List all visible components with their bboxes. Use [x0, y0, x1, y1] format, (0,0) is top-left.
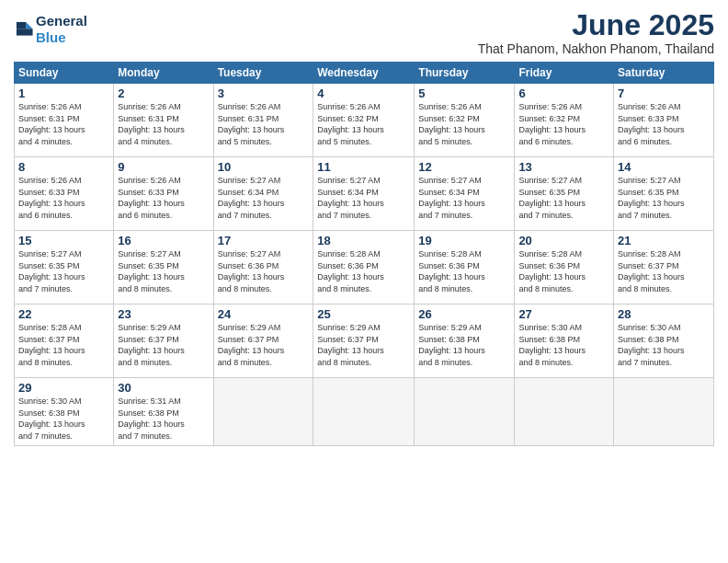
day-number: 29	[18, 381, 109, 395]
day-number: 21	[618, 234, 710, 247]
table-row: 29Sunrise: 5:30 AMSunset: 6:38 PMDayligh…	[15, 378, 114, 445]
svg-marker-0	[26, 22, 32, 29]
day-info: Sunrise: 5:26 AMSunset: 6:33 PMDaylight:…	[118, 175, 209, 221]
table-row: 18Sunrise: 5:28 AMSunset: 6:36 PMDayligh…	[313, 231, 415, 304]
table-row	[614, 378, 714, 445]
table-row: 10Sunrise: 5:27 AMSunset: 6:34 PMDayligh…	[213, 157, 313, 231]
day-number: 10	[218, 160, 310, 174]
day-info: Sunrise: 5:28 AMSunset: 6:36 PMDaylight:…	[518, 248, 609, 294]
col-sunday: Sunday	[15, 63, 114, 84]
page: General Blue June 2025 That Phanom, Nakh…	[0, 0, 728, 563]
calendar-header-row: Sunday Monday Tuesday Wednesday Thursday…	[15, 63, 714, 84]
day-info: Sunrise: 5:26 AMSunset: 6:31 PMDaylight:…	[218, 101, 310, 147]
table-row: 3Sunrise: 5:26 AMSunset: 6:31 PMDaylight…	[213, 84, 313, 157]
table-row: 15Sunrise: 5:27 AMSunset: 6:35 PMDayligh…	[15, 231, 114, 304]
day-number: 26	[418, 307, 510, 321]
day-info: Sunrise: 5:29 AMSunset: 6:37 PMDaylight:…	[317, 322, 410, 368]
day-info: Sunrise: 5:30 AMSunset: 6:38 PMDaylight:…	[618, 322, 710, 368]
table-row: 5Sunrise: 5:26 AMSunset: 6:32 PMDaylight…	[415, 84, 515, 157]
logo: General Blue	[14, 13, 87, 46]
table-row: 17Sunrise: 5:27 AMSunset: 6:36 PMDayligh…	[213, 231, 313, 304]
table-row	[515, 378, 614, 445]
day-number: 1	[18, 86, 109, 100]
table-row: 21Sunrise: 5:28 AMSunset: 6:37 PMDayligh…	[614, 231, 714, 304]
table-row: 23Sunrise: 5:29 AMSunset: 6:37 PMDayligh…	[114, 304, 213, 378]
day-number: 17	[218, 234, 310, 247]
day-number: 24	[218, 307, 310, 321]
month-title: June 2025	[478, 9, 714, 41]
table-row: 1Sunrise: 5:26 AMSunset: 6:31 PMDaylight…	[15, 84, 114, 157]
table-row: 26Sunrise: 5:29 AMSunset: 6:38 PMDayligh…	[415, 304, 515, 378]
day-info: Sunrise: 5:27 AMSunset: 6:34 PMDaylight:…	[418, 175, 510, 221]
day-info: Sunrise: 5:27 AMSunset: 6:35 PMDaylight:…	[18, 248, 109, 294]
day-number: 13	[518, 160, 609, 174]
day-number: 3	[218, 86, 310, 100]
day-number: 27	[518, 307, 609, 321]
day-number: 12	[418, 160, 510, 174]
table-row: 2Sunrise: 5:26 AMSunset: 6:31 PMDaylight…	[114, 84, 213, 157]
col-wednesday: Wednesday	[313, 63, 415, 84]
day-number: 8	[18, 160, 109, 174]
title-section: June 2025 That Phanom, Nakhon Phanom, Th…	[478, 9, 714, 56]
table-row: 6Sunrise: 5:26 AMSunset: 6:32 PMDaylight…	[515, 84, 614, 157]
col-tuesday: Tuesday	[213, 63, 313, 84]
day-info: Sunrise: 5:27 AMSunset: 6:35 PMDaylight:…	[618, 175, 710, 221]
day-info: Sunrise: 5:26 AMSunset: 6:31 PMDaylight:…	[118, 101, 209, 147]
day-info: Sunrise: 5:28 AMSunset: 6:37 PMDaylight:…	[18, 322, 109, 368]
table-row: 9Sunrise: 5:26 AMSunset: 6:33 PMDaylight…	[114, 157, 213, 231]
day-info: Sunrise: 5:30 AMSunset: 6:38 PMDaylight:…	[518, 322, 609, 368]
day-info: Sunrise: 5:28 AMSunset: 6:36 PMDaylight:…	[317, 248, 410, 294]
day-info: Sunrise: 5:26 AMSunset: 6:33 PMDaylight:…	[618, 101, 710, 147]
col-saturday: Saturday	[614, 63, 714, 84]
day-number: 6	[518, 86, 609, 100]
table-row	[213, 378, 313, 445]
col-monday: Monday	[114, 63, 213, 84]
day-number: 2	[118, 86, 209, 100]
day-info: Sunrise: 5:29 AMSunset: 6:37 PMDaylight:…	[218, 322, 310, 368]
day-number: 23	[118, 307, 209, 321]
table-row: 25Sunrise: 5:29 AMSunset: 6:37 PMDayligh…	[313, 304, 415, 378]
table-row: 27Sunrise: 5:30 AMSunset: 6:38 PMDayligh…	[515, 304, 614, 378]
day-info: Sunrise: 5:26 AMSunset: 6:33 PMDaylight:…	[18, 175, 109, 221]
calendar: Sunday Monday Tuesday Wednesday Thursday…	[14, 62, 714, 445]
day-number: 18	[317, 234, 410, 247]
day-number: 4	[317, 86, 410, 100]
table-row: 4Sunrise: 5:26 AMSunset: 6:32 PMDaylight…	[313, 84, 415, 157]
svg-rect-2	[17, 29, 33, 35]
table-row: 16Sunrise: 5:27 AMSunset: 6:35 PMDayligh…	[114, 231, 213, 304]
svg-rect-1	[17, 22, 26, 29]
table-row: 7Sunrise: 5:26 AMSunset: 6:33 PMDaylight…	[614, 84, 714, 157]
day-number: 7	[618, 86, 710, 100]
day-info: Sunrise: 5:29 AMSunset: 6:37 PMDaylight:…	[118, 322, 209, 368]
day-info: Sunrise: 5:28 AMSunset: 6:37 PMDaylight:…	[618, 248, 710, 294]
day-info: Sunrise: 5:27 AMSunset: 6:34 PMDaylight:…	[218, 175, 310, 221]
day-number: 9	[118, 160, 209, 174]
table-row: 28Sunrise: 5:30 AMSunset: 6:38 PMDayligh…	[614, 304, 714, 378]
day-number: 5	[418, 86, 510, 100]
table-row	[415, 378, 515, 445]
table-row: 12Sunrise: 5:27 AMSunset: 6:34 PMDayligh…	[415, 157, 515, 231]
day-number: 28	[618, 307, 710, 321]
day-number: 22	[18, 307, 109, 321]
day-info: Sunrise: 5:27 AMSunset: 6:36 PMDaylight:…	[218, 248, 310, 294]
table-row: 30Sunrise: 5:31 AMSunset: 6:38 PMDayligh…	[114, 378, 213, 445]
day-number: 30	[118, 381, 209, 395]
table-row: 8Sunrise: 5:26 AMSunset: 6:33 PMDaylight…	[15, 157, 114, 231]
logo-text: General Blue	[36, 13, 87, 46]
table-row: 20Sunrise: 5:28 AMSunset: 6:36 PMDayligh…	[515, 231, 614, 304]
table-row: 11Sunrise: 5:27 AMSunset: 6:34 PMDayligh…	[313, 157, 415, 231]
col-thursday: Thursday	[415, 63, 515, 84]
day-number: 15	[18, 234, 109, 247]
col-friday: Friday	[515, 63, 614, 84]
table-row: 22Sunrise: 5:28 AMSunset: 6:37 PMDayligh…	[15, 304, 114, 378]
day-info: Sunrise: 5:27 AMSunset: 6:34 PMDaylight:…	[317, 175, 410, 221]
table-row: 14Sunrise: 5:27 AMSunset: 6:35 PMDayligh…	[614, 157, 714, 231]
header: General Blue June 2025 That Phanom, Nakh…	[14, 9, 714, 56]
day-info: Sunrise: 5:31 AMSunset: 6:38 PMDaylight:…	[118, 396, 209, 442]
day-info: Sunrise: 5:30 AMSunset: 6:38 PMDaylight:…	[18, 396, 109, 442]
day-info: Sunrise: 5:26 AMSunset: 6:32 PMDaylight:…	[418, 101, 510, 147]
day-info: Sunrise: 5:27 AMSunset: 6:35 PMDaylight:…	[118, 248, 209, 294]
day-info: Sunrise: 5:27 AMSunset: 6:35 PMDaylight:…	[518, 175, 609, 221]
location-title: That Phanom, Nakhon Phanom, Thailand	[478, 41, 714, 56]
logo-icon	[14, 19, 34, 40]
